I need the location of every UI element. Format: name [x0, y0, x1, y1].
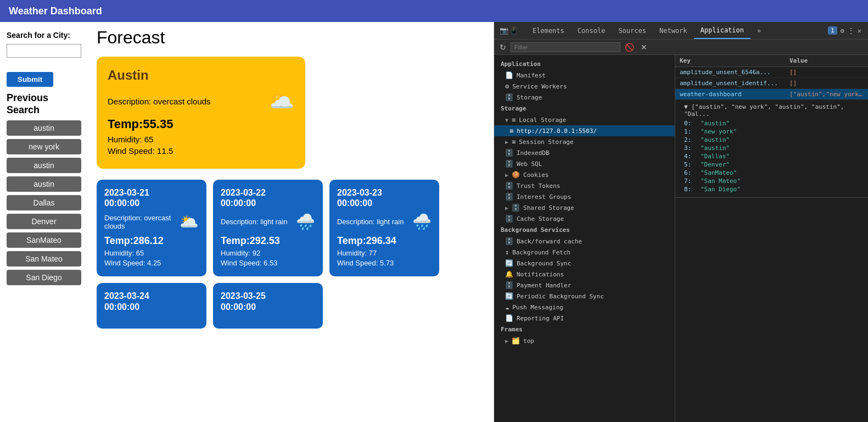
expand-local-storage-icon: ▼	[505, 117, 508, 123]
expanded-index: 2:	[684, 136, 701, 143]
tree-label-push-messaging: Push Messaging	[512, 304, 563, 311]
submit-button[interactable]: Submit	[7, 72, 53, 87]
tree-item-session-storage[interactable]: ▶ ≡ Session Storage	[494, 136, 675, 147]
shared-storage-icon: 🗄️	[512, 204, 520, 212]
tree-item-indexed-db[interactable]: 🗄️ IndexedDB	[494, 147, 675, 158]
forecast-date: 2023-03-2100:00:00	[104, 187, 199, 208]
search-history-item[interactable]: Dallas	[7, 195, 81, 210]
expanded-value: "Denver"	[701, 161, 730, 168]
app-panel: Search for a City: Submit Previous Searc…	[0, 22, 494, 422]
devtools-close-icon[interactable]: ✕	[639, 42, 649, 53]
expanded-index: 5:	[684, 161, 701, 168]
expanded-index: 8:	[684, 186, 701, 193]
tree-item-cache-storage[interactable]: 🗄️ Cache Storage	[494, 213, 675, 224]
forecast-description: Description: overcast clouds	[104, 214, 180, 230]
tab-more[interactable]: »	[751, 22, 768, 39]
forecast-humidity: Humidity: 65	[104, 249, 199, 257]
forecast-card: 2023-03-2200:00:00 Description: light ra…	[213, 180, 323, 276]
data-row[interactable]: weather-dashboard ["austin","new york","…	[675, 89, 868, 100]
tree-label-indexed-db: IndexedDB	[517, 149, 550, 157]
expanded-item: 6: "SanMateo"	[684, 169, 859, 176]
devtools-tabs: 📷 📱 Elements Console Sources Network App…	[494, 22, 868, 40]
tree-item-interest-groups[interactable]: 🗄️ Interest Groups	[494, 191, 675, 202]
tree-label-service-workers: Service Workers	[512, 83, 567, 90]
tree-item-local-storage[interactable]: ▼ ≡ Local Storage	[494, 114, 675, 125]
forecast-icon: 🌧️	[296, 213, 315, 231]
forecast-temp: Temp:286.12	[104, 235, 199, 247]
tree-item-localhost[interactable]: ≡ http://127.0.0.1:5503/	[494, 125, 675, 136]
expanded-index: 1:	[684, 128, 701, 135]
more-icon[interactable]: ⋮	[848, 27, 854, 35]
search-history-item[interactable]: austin	[7, 120, 81, 136]
tree-item-web-sql[interactable]: 🗄️ Web SQL	[494, 158, 675, 169]
search-history-item[interactable]: austin	[7, 158, 81, 173]
tree-item-background-sync[interactable]: 🔄 Background Sync	[494, 258, 675, 269]
forecast-grid: 2023-03-2100:00:00 Description: overcast…	[97, 180, 485, 329]
search-history-item[interactable]: new york	[7, 139, 81, 154]
forecast-temp: Temp:292.53	[221, 235, 315, 247]
data-row[interactable]: amplitude_unsent_6546a... []	[675, 67, 868, 78]
data-header-value: Value	[789, 57, 864, 64]
tab-sources[interactable]: Sources	[612, 22, 653, 39]
interest-groups-icon: 🗄️	[505, 193, 513, 201]
tree-item-storage-app[interactable]: 🗄️ Storage	[494, 92, 675, 103]
data-row[interactable]: amplitude_unsent_identif... []	[675, 78, 868, 89]
tree-item-cookies[interactable]: ▶ 🍪 Cookies	[494, 169, 675, 180]
forecast-wind: Wind Speed: 5.73	[337, 259, 432, 267]
search-input[interactable]	[7, 44, 81, 58]
forecast-icon: 🌧️	[412, 213, 432, 231]
search-history-list: austinnew yorkaustinaustinDallasDenverSa…	[7, 120, 81, 285]
tree-item-manifest[interactable]: 📄 Manifest	[494, 70, 675, 81]
search-history-item[interactable]: San Mateo	[7, 251, 81, 266]
tab-elements[interactable]: Elements	[526, 22, 571, 39]
forecast-description: Description: light rain	[337, 218, 404, 226]
tree-label-manifest: Manifest	[517, 72, 546, 79]
refresh-icon[interactable]: ↻	[497, 42, 508, 53]
settings-icon[interactable]: ⚙	[841, 27, 844, 35]
close-icon[interactable]: ✕	[858, 27, 861, 35]
tree-item-service-workers[interactable]: ⚙️ Service Workers	[494, 81, 675, 92]
search-history-item[interactable]: SanMateo	[7, 232, 81, 248]
tab-application[interactable]: Application	[694, 22, 751, 39]
tree-item-reporting-api[interactable]: 📄 Reporting API	[494, 313, 675, 324]
tree-item-back-forward-cache[interactable]: 🗄️ Back/forward cache	[494, 236, 675, 247]
tab-console[interactable]: Console	[571, 22, 612, 39]
search-history-item[interactable]: San Diego	[7, 270, 81, 285]
forecast-area: Forecast Austin Description: overcast cl…	[88, 22, 494, 422]
tree-item-top[interactable]: ▶ 🗂️ top	[494, 335, 675, 346]
tab-network[interactable]: Network	[653, 22, 694, 39]
tree-item-shared-storage[interactable]: ▶ 🗄️ Shared Storage	[494, 202, 675, 213]
filter-input[interactable]	[511, 42, 620, 52]
forecast-temp: Temp:296.34	[337, 235, 432, 247]
tree-item-periodic-bg-sync[interactable]: 🔄 Periodic Background Sync	[494, 291, 675, 302]
forecast-heading: Forecast	[97, 27, 485, 48]
devtools-icon-screenshot: 📷	[500, 26, 508, 35]
back-forward-cache-icon: 🗄️	[505, 237, 513, 245]
tree-item-payment-handler[interactable]: 🗄️ Payment Handler	[494, 280, 675, 291]
tree-label-notifications: Notifications	[517, 271, 564, 278]
devtools-data: Key Value amplitude_unsent_6546a... [] a…	[675, 55, 868, 422]
prev-search-label: Previous Search	[7, 92, 81, 116]
forecast-card: 2023-03-2400:00:00	[97, 283, 206, 328]
storage-app-icon: 🗄️	[505, 93, 513, 101]
current-city: Austin	[108, 68, 294, 83]
periodic-bg-sync-icon: 🔄	[505, 292, 513, 300]
forecast-description: Description: light rain	[221, 218, 287, 226]
search-history-item[interactable]: austin	[7, 176, 81, 192]
manifest-icon: 📄	[505, 71, 513, 79]
background-sync-icon: 🔄	[505, 259, 513, 267]
expanded-prefix: ▼ ["austin", "new york", "austin", "aust…	[684, 103, 859, 118]
expand-top-icon: ▶	[505, 338, 508, 344]
search-history-item[interactable]: Denver	[7, 214, 81, 229]
tree-item-background-fetch[interactable]: ↕ Background Fetch	[494, 247, 675, 258]
tree-label-periodic-bg-sync: Periodic Background Sync	[517, 293, 604, 300]
tree-item-trust-tokens[interactable]: 🗄️ Trust Tokens	[494, 180, 675, 191]
block-icon[interactable]: 🚫	[623, 42, 636, 53]
cookies-icon: 🍪	[512, 171, 520, 179]
expanded-value: "austin"	[701, 136, 730, 143]
localhost-icon: ≡	[509, 127, 513, 135]
tree-item-notifications[interactable]: 🔔 Notifications	[494, 269, 675, 280]
current-weather-card: Austin Description: overcast clouds 🌥️ T…	[97, 57, 305, 169]
tree-item-push-messaging[interactable]: ☁️ Push Messaging	[494, 302, 675, 313]
push-messaging-icon: ☁️	[505, 303, 509, 311]
